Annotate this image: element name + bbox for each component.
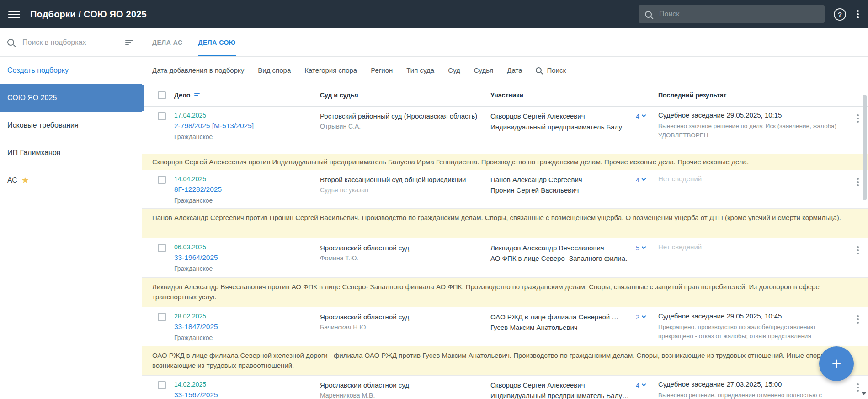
- participants-cell: Ликвидов Александр Вячеславович АО ФПК в…: [490, 243, 658, 273]
- case-cell: 06.03.2025 33-1964/2025 Гражданское: [174, 243, 320, 273]
- result-cell: Судебное заседание 29.05.2025, 10:45 Пре…: [658, 312, 848, 342]
- case-number-link[interactable]: 33-1964/2025: [174, 253, 320, 262]
- case-number-link[interactable]: 2-798/2025 [М-513/2025]: [174, 122, 320, 130]
- tab-bar: ДЕЛА АС ДЕЛА СОЮ: [142, 28, 868, 57]
- participants-count-toggle[interactable]: 5: [636, 243, 645, 273]
- overflow-menu-icon[interactable]: [855, 8, 861, 21]
- result-title: Судебное заседание 29.05.2025, 10:15: [658, 111, 848, 119]
- participant: АО ФПК в лице Северо- Запалного филиа…: [490, 253, 628, 264]
- case-annotation: Скворцов Сергей Алексеевич против Индиви…: [142, 154, 868, 170]
- filter-judge[interactable]: Судья: [474, 66, 494, 74]
- search-icon: [645, 11, 652, 18]
- filter-court-type[interactable]: Тип суда: [406, 66, 434, 74]
- participant: Индивидуальный предприниматель Балу…: [490, 122, 628, 133]
- filter-dispute-category[interactable]: Категория спора: [304, 66, 357, 74]
- global-search-input[interactable]: [658, 10, 818, 19]
- table-search-label: Поиск: [547, 66, 566, 74]
- participant: Пронин Сергей Васильевич: [490, 185, 628, 196]
- sidebar: Создать подборку СОЮ ЯО 2025 Исковые тре…: [0, 28, 142, 399]
- sidebar-item-iskovye-trebovaniya[interactable]: Исковые требования: [0, 112, 142, 139]
- result-cell: Судебное заседание 27.03.2025, 15:00 Вын…: [658, 380, 848, 399]
- table-row: 14.02.2025 33-1567/2025 Ярославский обла…: [142, 376, 868, 399]
- help-icon[interactable]: ?: [834, 8, 846, 21]
- sort-collections-icon[interactable]: [125, 38, 133, 47]
- row-checkbox[interactable]: [158, 313, 166, 321]
- judge-name: Отрывин С.А.: [320, 123, 490, 130]
- result-title: Судебное заседание 27.03.2025, 15:00: [658, 380, 848, 388]
- collections-search[interactable]: [0, 28, 142, 57]
- case-type: Гражданское: [174, 133, 320, 140]
- judge-name: Фомина Т.Ю.: [320, 254, 490, 262]
- search-icon: [536, 67, 542, 73]
- participant: Ликвидов Александр Вячеславович: [490, 243, 628, 253]
- result-details: Прекращено. производство по жалобе/предс…: [658, 323, 837, 341]
- create-collection-button[interactable]: Создать подборку: [0, 57, 142, 84]
- filter-court[interactable]: Суд: [448, 66, 460, 74]
- sidebar-item-soyu-yao-2025[interactable]: СОЮ ЯО 2025: [0, 84, 142, 112]
- sidebar-item-as[interactable]: АС ★: [0, 167, 142, 194]
- row-menu-icon[interactable]: [857, 380, 859, 399]
- case-annotation: Ликвидов Александр Вячеславович против А…: [142, 278, 868, 307]
- global-search[interactable]: [639, 5, 825, 23]
- participants-count-toggle[interactable]: 4: [636, 111, 645, 150]
- row-menu-icon[interactable]: [857, 174, 859, 204]
- participants-cell: Скворцов Сергей Алексеевич Индивидуальны…: [490, 111, 658, 150]
- search-icon: [7, 39, 14, 46]
- case-number-link[interactable]: 8Г-12282/2025: [174, 185, 320, 194]
- participants-cell: ОАО РЖД в лице филиала Северной … Гусев …: [490, 312, 658, 342]
- case-number-link[interactable]: 33-1567/2025: [174, 391, 320, 399]
- result-cell: Нет сведений: [658, 243, 848, 273]
- row-checkbox[interactable]: [158, 112, 166, 120]
- result-title: Нет сведений: [658, 175, 848, 183]
- scrollbar-down-arrow-icon[interactable]: [862, 392, 866, 395]
- sort-case-icon[interactable]: [194, 92, 200, 98]
- court-name: Второй кассационный суд общей юрисдикции: [320, 175, 478, 184]
- row-menu-icon[interactable]: [857, 111, 859, 150]
- sidebar-item-label: Исковые требования: [7, 121, 79, 129]
- date-added: 06.03.2025: [174, 243, 320, 251]
- hamburger-menu-icon[interactable]: [8, 9, 20, 20]
- participants-count-toggle[interactable]: 2: [636, 312, 645, 342]
- participant: ОАО РЖД в лице филиала Северной …: [490, 312, 628, 323]
- date-added: 28.02.2025: [174, 313, 320, 320]
- tab-dela-soyu[interactable]: ДЕЛА СОЮ: [198, 28, 236, 56]
- chevron-down-icon: [642, 382, 646, 386]
- column-header-result: Последний результат: [658, 92, 848, 99]
- participants-cell: Скворцов Сергей Алексеевич Индивидуальны…: [490, 380, 658, 399]
- collections-search-input[interactable]: [21, 38, 118, 47]
- select-all-checkbox[interactable]: [158, 91, 166, 99]
- topbar-actions: ?: [639, 5, 861, 23]
- participant: Скворцов Сергей Алексеевич: [490, 111, 628, 122]
- filter-date-added[interactable]: Дата добавления в подборку: [152, 66, 244, 74]
- case-type: Гражданское: [174, 265, 320, 272]
- participants-cell: Панов Александр Сергеевич Пронин Сергей …: [490, 174, 658, 204]
- row-menu-icon[interactable]: [857, 312, 859, 342]
- sidebar-item-label: ИП Галимханов: [7, 149, 60, 157]
- filter-dispute-kind[interactable]: Вид спора: [258, 66, 291, 74]
- chevron-down-icon: [642, 176, 646, 181]
- row-checkbox[interactable]: [158, 244, 166, 252]
- row-menu-icon[interactable]: [857, 243, 859, 273]
- filter-region[interactable]: Регион: [371, 66, 393, 74]
- table-search-button[interactable]: Поиск: [536, 66, 566, 74]
- sidebar-item-ip-galimkhanov[interactable]: ИП Галимханов: [0, 139, 142, 167]
- participants-count-toggle[interactable]: 4: [636, 380, 645, 399]
- row-checkbox[interactable]: [158, 176, 166, 184]
- result-cell: Нет сведений: [658, 174, 848, 204]
- main-content: ДЕЛА АС ДЕЛА СОЮ Дата добавления в подбо…: [142, 28, 868, 399]
- tab-dela-as[interactable]: ДЕЛА АС: [152, 28, 183, 56]
- court-cell: Ярославский областной суд Бачинская Н.Ю.: [320, 312, 490, 342]
- case-cell: 28.02.2025 33-1847/2025 Гражданское: [174, 312, 320, 342]
- case-number-link[interactable]: 33-1847/2025: [174, 323, 320, 331]
- table-header: Дело Суд и судья Участники Последний рез…: [142, 84, 868, 107]
- row-checkbox[interactable]: [158, 381, 166, 389]
- judge-name: Бачинская Н.Ю.: [320, 324, 490, 331]
- participants-count-toggle[interactable]: 4: [636, 174, 645, 204]
- chevron-down-icon: [642, 244, 646, 249]
- selected-collection-accent: [142, 85, 144, 111]
- filter-date[interactable]: Дата: [507, 66, 522, 74]
- star-icon: ★: [21, 176, 29, 184]
- add-case-fab[interactable]: +: [819, 346, 854, 381]
- vertical-scrollbar-thumb[interactable]: [863, 95, 867, 200]
- court-cell: Ярославский областной суд Маренникова М.…: [320, 380, 490, 399]
